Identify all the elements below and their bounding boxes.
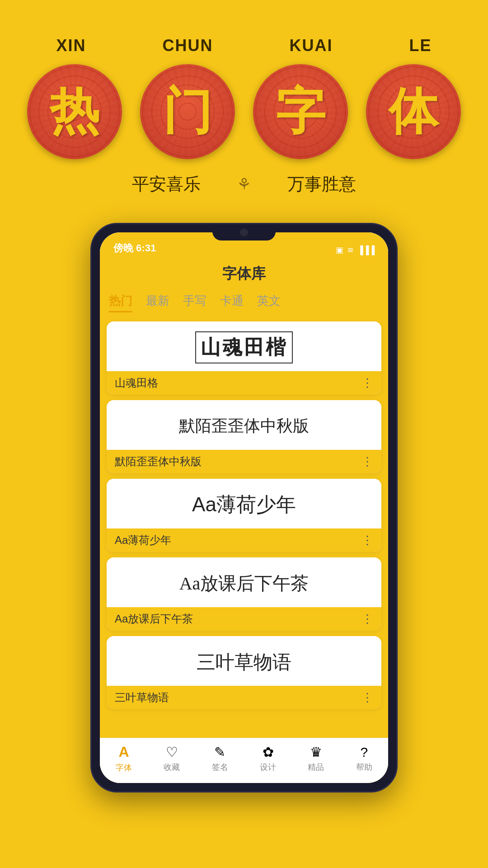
nav-premium[interactable]: ♛ 精品	[308, 744, 324, 773]
tab-cartoon[interactable]: 卡通	[220, 291, 244, 312]
char-circle-re: 热	[27, 64, 122, 159]
more-btn-2[interactable]: ⋮	[361, 456, 373, 467]
tab-english[interactable]: 英文	[257, 291, 281, 312]
status-time: 傍晚 6:31	[113, 241, 156, 255]
fonts-icon: A	[119, 744, 129, 760]
more-btn-4[interactable]: ⋮	[361, 613, 373, 625]
more-btn-5[interactable]: ⋮	[361, 692, 373, 703]
font-name-row-1: 山魂田格 ⋮	[107, 371, 381, 395]
font-name-row-4: Aa放课后下午茶 ⋮	[107, 607, 381, 631]
font-name-5: 三叶草物语	[115, 690, 169, 705]
nav-design[interactable]: ✿ 设计	[260, 744, 276, 773]
char-circle-ti: 体	[366, 64, 461, 159]
font-card-2[interactable]: 默陌歪歪体中秋版 默陌歪歪体中秋版 ⋮	[107, 400, 381, 473]
font-preview-3: Aa薄荷少年	[107, 479, 381, 528]
nav-fonts[interactable]: A 字体	[116, 744, 132, 773]
help-icon: ?	[360, 745, 368, 760]
nav-help[interactable]: ? 帮助	[356, 745, 372, 773]
app-content: 字体库 热门 最新 手写 卡通 英文 山魂田楷	[100, 257, 388, 783]
signature-icon: ✎	[214, 744, 225, 760]
nav-favorites[interactable]: ♡ 收藏	[164, 744, 180, 773]
bottom-nav: A 字体 ♡ 收藏 ✎ 签名 ✿ 设计	[100, 738, 388, 783]
design-icon: ✿	[263, 744, 274, 760]
status-icons: ▣ ≋ ▐▐▐	[336, 245, 375, 255]
premium-icon: ♛	[310, 744, 322, 760]
font-name-row-5: 三叶草物语 ⋮	[107, 686, 381, 709]
font-preview-2: 默陌歪歪体中秋版	[107, 400, 381, 450]
wifi-icon: ≋	[347, 245, 354, 255]
font-name-row-3: Aa薄荷少年 ⋮	[107, 528, 381, 552]
font-preview-4: Aa放课后下午茶	[107, 557, 381, 607]
font-card-4[interactable]: Aa放课后下午茶 Aa放课后下午茶 ⋮	[107, 557, 381, 631]
font-name-3: Aa薄荷少年	[115, 533, 171, 547]
more-btn-1[interactable]: ⋮	[361, 377, 373, 389]
pinyin-xin: XIN	[56, 36, 86, 55]
char-zi: 字	[276, 78, 325, 146]
signal-icon: ▐▐▐	[357, 245, 375, 255]
font-name-1: 山魂田格	[115, 376, 158, 390]
font-name-4: Aa放课后下午茶	[115, 612, 193, 626]
nav-fonts-label: 字体	[116, 762, 132, 773]
char-ti: 体	[389, 78, 438, 146]
char-circle-men: 门	[140, 64, 235, 159]
nav-help-label: 帮助	[356, 762, 372, 773]
font-preview-text-1: 山魂田楷	[195, 331, 293, 363]
nav-premium-label: 精品	[308, 762, 324, 773]
tabs-row: 热门 最新 手写 卡通 英文	[100, 288, 388, 317]
nav-favorites-label: 收藏	[164, 762, 180, 773]
font-preview-1: 山魂田楷	[107, 321, 381, 371]
pinyin-kuai: KUAI	[289, 36, 333, 55]
pinyin-le: LE	[409, 36, 432, 55]
subtitle-right: 万事胜意	[287, 173, 356, 196]
nav-design-label: 设计	[260, 762, 276, 773]
lotus-icon: ⚘	[237, 175, 251, 194]
nav-signature[interactable]: ✎ 签名	[212, 744, 228, 773]
font-card-5[interactable]: 三叶草物语 三叶草物语 ⋮	[107, 636, 381, 709]
char-re: 热	[50, 78, 99, 146]
tab-handwrite[interactable]: 手写	[183, 291, 206, 312]
phone-camera	[240, 228, 248, 236]
char-men: 门	[163, 78, 212, 146]
app-title: 字体库	[100, 257, 388, 288]
pinyin-chun: CHUN	[162, 36, 213, 55]
font-preview-text-3: Aa薄荷少年	[192, 491, 296, 518]
tab-newest[interactable]: 最新	[146, 291, 169, 312]
more-btn-3[interactable]: ⋮	[361, 534, 373, 546]
favorites-icon: ♡	[166, 744, 178, 760]
subtitle-left: 平安喜乐	[132, 173, 201, 196]
font-preview-text-5: 三叶草物语	[197, 650, 291, 675]
pinyin-row: XIN CHUN KUAI LE	[18, 36, 470, 55]
header-section: XIN CHUN KUAI LE 热 门 字 体 平安喜乐 ⚘ 万事胜意	[0, 0, 488, 218]
font-preview-text-4: Aa放课后下午茶	[179, 571, 309, 596]
font-card-3[interactable]: Aa薄荷少年 Aa薄荷少年 ⋮	[107, 479, 381, 552]
phone-mockup: 傍晚 6:31 ▣ ≋ ▐▐▐ 字体库 热门 最新 手写 卡通	[90, 223, 398, 793]
phone-screen: 傍晚 6:31 ▣ ≋ ▐▐▐ 字体库 热门 最新 手写 卡通	[100, 232, 388, 783]
circles-row: 热 门 字 体	[18, 64, 470, 159]
phone-notch	[212, 224, 276, 241]
phone-container: 傍晚 6:31 ▣ ≋ ▐▐▐ 字体库 热门 最新 手写 卡通	[0, 223, 488, 793]
font-preview-text-2: 默陌歪歪体中秋版	[179, 415, 309, 437]
font-card-1[interactable]: 山魂田楷 山魂田格 ⋮	[107, 321, 381, 395]
font-name-2: 默陌歪歪体中秋版	[115, 454, 202, 469]
font-name-row-2: 默陌歪歪体中秋版 ⋮	[107, 450, 381, 473]
tab-hot[interactable]: 热门	[109, 291, 132, 312]
font-list: 山魂田楷 山魂田格 ⋮ 默陌歪歪体中秋版 默陌歪歪体中秋版	[100, 317, 388, 738]
subtitle-row: 平安喜乐 ⚘ 万事胜意	[132, 173, 356, 196]
battery-icon: ▣	[336, 245, 343, 255]
char-circle-zi: 字	[253, 64, 348, 159]
font-preview-5: 三叶草物语	[107, 636, 381, 686]
nav-signature-label: 签名	[212, 762, 228, 773]
